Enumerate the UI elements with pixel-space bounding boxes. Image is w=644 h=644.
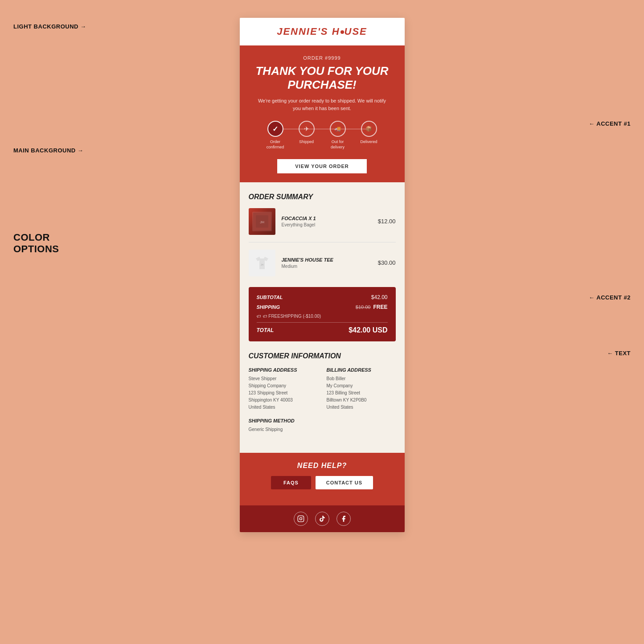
- focaccia-variant: Everything Bagel: [282, 222, 372, 227]
- order-summary-section: ORDER SUMMARY JH FOCACCIA X 1 Everything…: [249, 193, 396, 283]
- totals-section: SUBTOTAL $42.00 SHIPPING $10.00 FREE 🏷 🏷…: [249, 287, 396, 341]
- shipping-label: SHIPPING: [257, 304, 280, 310]
- step-shipped: ✈ Shipped: [291, 121, 322, 145]
- customer-info-title: CUSTOMER INFORMATION: [249, 352, 396, 360]
- tee-svg: JH: [254, 255, 270, 271]
- brand-dot-icon: [340, 30, 344, 34]
- free-shipping-label: 🏷 FREESHIPPING (-$10.00): [263, 314, 321, 319]
- order-item-focaccia: JH FOCACCIA X 1 Everything Bagel $12.00: [249, 208, 396, 242]
- shipping-row: SHIPPING $10.00 FREE: [257, 304, 388, 310]
- customer-info-section: CUSTOMER INFORMATION SHIPPING ADDRESS St…: [249, 352, 396, 433]
- hero-subtitle: We're getting your order ready to be shi…: [250, 97, 394, 112]
- focaccia-price: $12.00: [378, 218, 396, 225]
- tee-details: JENNIE'S HOUSE TEE Medium: [282, 257, 372, 269]
- tee-variant: Medium: [282, 264, 372, 269]
- free-shipping-row: 🏷 🏷 FREESHIPPING (-$10.00): [257, 314, 388, 319]
- shipping-method-value: Generic Shipping: [249, 426, 396, 433]
- checkmark-icon: ✓: [272, 125, 278, 133]
- step-out-for-delivery: 🚚 Out fordelivery: [322, 121, 353, 150]
- svg-text:JH: JH: [259, 220, 264, 224]
- focaccia-details: FOCACCIA X 1 Everything Bagel: [282, 216, 372, 227]
- shipping-free: FREE: [373, 304, 387, 310]
- shipping-address-col: SHIPPING ADDRESS Steve Shipper Shipping …: [249, 367, 318, 411]
- email-footer: NEED HELP? FAQs CONTACT US: [240, 453, 405, 505]
- email-hero: ORDER #9999 THANK YOU FOR YOUR PURCHASE!…: [240, 45, 405, 182]
- need-help-title: NEED HELP?: [249, 462, 396, 470]
- free-shipping-info: 🏷 🏷 FREESHIPPING (-$10.00): [257, 314, 388, 319]
- email-header: JENNIE'S HUSE: [240, 18, 405, 45]
- step-label-delivery: Out fordelivery: [331, 139, 345, 150]
- total-divider: [257, 322, 388, 323]
- focaccia-svg: JH: [253, 213, 271, 230]
- annotation-light-bg: LIGHT BACKGROUND →: [13, 23, 86, 30]
- subtotal-label: SUBTOTAL: [257, 295, 283, 300]
- svg-point-6: [302, 517, 303, 517]
- shipping-address-label: SHIPPING ADDRESS: [249, 367, 318, 373]
- brand-name: JENNIE'S HUSE: [249, 26, 396, 37]
- status-steps: ✓ Orderconfirmed ✈ Shipped 🚚 Out fordeli…: [250, 121, 394, 150]
- view-order-button[interactable]: VIEW YOUR ORDER: [277, 159, 367, 173]
- billing-address-col: BILLING ADDRESS Bob Biller My Company 12…: [327, 367, 396, 411]
- annotation-text: ← TEXT: [607, 350, 631, 357]
- email-main: ORDER SUMMARY JH FOCACCIA X 1 Everything…: [240, 182, 405, 453]
- hero-title: THANK YOU FOR YOUR PURCHASE!: [250, 64, 394, 92]
- svg-rect-0: [253, 213, 271, 230]
- step-label-confirmed: Orderconfirmed: [267, 139, 284, 150]
- focaccia-name: FOCACCIA X 1: [282, 216, 372, 221]
- annotation-main-bg: MAIN BACKGROUND →: [13, 147, 83, 154]
- total-label: TOTAL: [257, 327, 274, 333]
- svg-text:JH: JH: [260, 263, 263, 266]
- faqs-button[interactable]: FAQs: [271, 476, 311, 489]
- total-row: TOTAL $42.00 USD: [257, 326, 388, 334]
- shipping-method-label: SHIPPING METHOD: [249, 418, 396, 423]
- shipping-values: $10.00 FREE: [356, 304, 388, 310]
- contact-button[interactable]: CONTACT US: [316, 476, 373, 489]
- svg-rect-4: [298, 516, 304, 521]
- tee-image: JH: [249, 250, 275, 276]
- focaccia-image: JH: [249, 208, 275, 235]
- step-circle-delivery: 🚚: [330, 121, 346, 137]
- svg-point-5: [299, 517, 302, 520]
- annotation-color-options: COLOROPTIONS: [13, 232, 59, 255]
- subtotal-row: SUBTOTAL $42.00: [257, 294, 388, 300]
- tee-price: $30.00: [378, 259, 396, 266]
- billing-address-text: Bob Biller My Company 123 Billing Street…: [327, 375, 396, 411]
- subtotal-value: $42.00: [371, 294, 388, 300]
- facebook-icon[interactable]: [336, 512, 351, 526]
- shipping-method-section: SHIPPING METHOD Generic Shipping: [249, 418, 396, 433]
- tee-name: JENNIE'S HOUSE TEE: [282, 257, 372, 263]
- step-order-confirmed: ✓ Orderconfirmed: [260, 121, 291, 150]
- step-circle-shipped: ✈: [299, 121, 315, 137]
- annotation-accent2: ← ACCENT #2: [589, 294, 631, 301]
- total-value: $42.00 USD: [349, 326, 387, 334]
- svg-rect-1: [256, 215, 268, 228]
- order-item-tee: JH JENNIE'S HOUSE TEE Medium $30.00: [249, 250, 396, 283]
- tiktok-icon[interactable]: [315, 512, 329, 526]
- shipping-original: $10.00: [356, 304, 371, 310]
- order-summary-title: ORDER SUMMARY: [249, 193, 396, 201]
- step-circle-delivered: 📦: [361, 121, 377, 137]
- social-footer: [240, 505, 405, 532]
- package-icon: 📦: [365, 126, 372, 132]
- footer-buttons: FAQs CONTACT US: [249, 476, 396, 489]
- shipping-address-text: Steve Shipper Shipping Company 123 Shipp…: [249, 375, 318, 411]
- instagram-icon[interactable]: [294, 512, 308, 526]
- shipped-icon: ✈: [304, 125, 309, 132]
- billing-address-label: BILLING ADDRESS: [327, 367, 396, 373]
- step-label-shipped: Shipped: [299, 139, 314, 145]
- step-delivered: 📦 Delivered: [353, 121, 385, 145]
- order-number: ORDER #9999: [250, 55, 394, 61]
- step-label-delivered: Delivered: [360, 139, 377, 145]
- step-circle-confirmed: ✓: [267, 121, 283, 137]
- email-container: JENNIE'S HUSE ORDER #9999 THANK YOU FOR …: [240, 18, 405, 532]
- delivery-truck-icon: 🚚: [334, 126, 341, 132]
- tag-icon: 🏷: [257, 314, 261, 319]
- address-grid: SHIPPING ADDRESS Steve Shipper Shipping …: [249, 367, 396, 411]
- annotation-accent1: ← ACCENT #1: [589, 120, 631, 127]
